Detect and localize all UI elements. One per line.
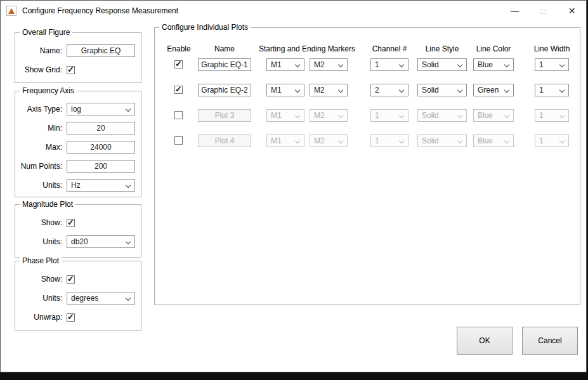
start-marker-select[interactable]: M1 (266, 58, 304, 71)
magnitude-units-label: Units: (15, 237, 62, 246)
end-marker-select[interactable]: M2 (310, 58, 348, 71)
chevron-down-icon (295, 138, 300, 143)
chevron-down-icon (338, 62, 343, 67)
chevron-down-icon (126, 239, 131, 244)
magnitude-show-label: Show: (15, 218, 62, 227)
channel-select[interactable]: 1 (370, 58, 408, 71)
end-marker-value: M2 (314, 86, 325, 95)
magnitude-plot-group: Magnitude Plot Show: Units: db20 (15, 204, 141, 258)
chevron-down-icon (126, 107, 131, 112)
line-width-select[interactable]: 1 (535, 84, 569, 96)
chevron-down-icon (126, 296, 131, 301)
plot-row-2: Graphic EQ-2 M1 M2 2 Solid Green 1 (155, 77, 580, 103)
titlebar[interactable]: Configure Frequency Response Measurement… (1, 1, 586, 21)
channel-select: 1 (370, 109, 408, 122)
line-style-value: Solid (422, 86, 439, 95)
start-marker-select[interactable]: M1 (266, 84, 304, 96)
plot-name-input[interactable]: Graphic EQ-2 (198, 84, 251, 96)
show-grid-label: Show Grid: (15, 65, 62, 74)
freq-units-select[interactable]: Hz (67, 179, 135, 192)
magnitude-show-row: Show: (15, 213, 141, 232)
plot-name-input: Plot 3 (198, 109, 251, 122)
chevron-down-icon (457, 62, 462, 67)
dialog-window: Configure Frequency Response Measurement… (0, 0, 587, 372)
chevron-down-icon (338, 113, 343, 118)
line-color-value: Green (478, 86, 499, 95)
num-points-input[interactable]: 200 (67, 160, 135, 173)
chevron-down-icon (295, 113, 300, 118)
overall-figure-title: Overall Figure (20, 28, 72, 37)
max-input[interactable]: 24000 (67, 141, 135, 154)
chevron-down-icon (457, 88, 462, 93)
enable-checkbox[interactable] (174, 60, 183, 69)
line-style-select[interactable]: Solid (417, 84, 467, 96)
axis-type-select[interactable]: log (67, 103, 135, 115)
enable-checkbox[interactable] (174, 86, 183, 94)
cancel-button[interactable]: Cancel (522, 327, 578, 355)
ok-button[interactable]: OK (457, 327, 513, 355)
chevron-down-icon (559, 62, 565, 67)
magnitude-show-checkbox[interactable] (67, 219, 75, 227)
plot-row-3: Plot 3 M1 M2 1 Solid Blue 1 (155, 103, 580, 128)
line-color-select: Blue (473, 109, 514, 122)
matlab-icon-triangle (8, 8, 15, 14)
end-marker-select[interactable]: M2 (310, 84, 348, 96)
plot-name-input: Plot 4 (198, 134, 251, 147)
line-color-select[interactable]: Blue (473, 58, 514, 71)
line-style-value: Solid (422, 136, 439, 145)
chevron-down-icon (504, 62, 509, 67)
line-style-value: Solid (422, 60, 439, 69)
show-grid-checkbox[interactable] (67, 66, 75, 74)
phase-units-select[interactable]: degrees (67, 292, 135, 305)
start-marker-select: M1 (266, 109, 304, 122)
magnitude-units-value: db20 (71, 237, 88, 246)
line-color-select[interactable]: Green (473, 84, 514, 96)
phase-show-row: Show: (15, 270, 141, 289)
figure-name-input[interactable]: Graphic EQ (67, 44, 135, 57)
phase-units-value: degrees (71, 294, 98, 303)
channel-select: 1 (370, 134, 408, 147)
figure-name-row: Name: Graphic EQ (15, 41, 141, 60)
chevron-down-icon (399, 138, 404, 143)
line-width-value: 1 (539, 136, 544, 145)
min-label: Min: (15, 124, 62, 133)
minimize-button[interactable]: — (500, 1, 529, 21)
matlab-icon (6, 6, 16, 16)
unwrap-label: Unwrap: (15, 313, 62, 322)
phase-show-checkbox[interactable] (67, 275, 75, 284)
line-style-select: Solid (417, 134, 467, 147)
min-input[interactable]: 20 (67, 122, 135, 134)
line-color-value: Blue (478, 111, 493, 120)
enable-checkbox[interactable] (174, 111, 183, 119)
axis-type-value: log (71, 105, 81, 114)
start-marker-value: M1 (271, 86, 282, 95)
frequency-axis-group: Frequency Axis Axis Type: log Min: 20 Ma… (15, 91, 141, 197)
magnitude-plot-title: Magnitude Plot (20, 200, 75, 209)
line-width-select[interactable]: 1 (535, 58, 569, 71)
end-marker-select: M2 (310, 109, 348, 122)
chevron-down-icon (559, 138, 565, 143)
frequency-axis-title: Frequency Axis (20, 86, 77, 95)
axis-type-row: Axis Type: log (15, 100, 141, 119)
channel-select[interactable]: 2 (370, 84, 408, 96)
chevron-down-icon (457, 138, 462, 143)
plot-name-input[interactable]: Graphic EQ-1 (198, 58, 251, 71)
magnitude-units-select[interactable]: db20 (67, 235, 135, 248)
chevron-down-icon (399, 62, 404, 67)
close-button[interactable]: ✕ (558, 1, 586, 21)
end-marker-value: M2 (314, 111, 325, 120)
freq-units-row: Units: Hz (15, 176, 141, 195)
unwrap-checkbox[interactable] (67, 313, 75, 322)
chevron-down-icon (504, 138, 509, 143)
chevron-down-icon (504, 88, 509, 93)
enable-checkbox[interactable] (174, 136, 183, 145)
end-marker-select: M2 (310, 134, 348, 147)
start-marker-select: M1 (266, 134, 304, 147)
figure-name-label: Name: (15, 46, 62, 55)
channel-value: 1 (375, 111, 379, 120)
show-grid-row: Show Grid: (15, 60, 141, 79)
line-style-select[interactable]: Solid (417, 58, 467, 71)
axis-type-label: Axis Type: (15, 105, 62, 114)
chevron-down-icon (399, 113, 404, 118)
overall-figure-group: Overall Figure Name: Graphic EQ Show Gri… (15, 32, 141, 83)
